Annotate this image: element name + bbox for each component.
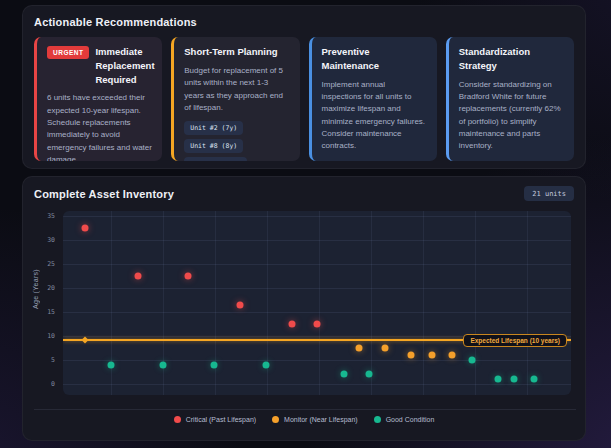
legend-item-monitor[interactable]: Monitor (Near Lifespan) — [272, 416, 358, 423]
data-point-critical[interactable] — [289, 321, 296, 328]
card-title: Immediate Replacement Required — [95, 45, 154, 86]
h-gridline — [63, 288, 571, 289]
data-point-good[interactable] — [340, 371, 347, 378]
h-gridline — [63, 312, 571, 313]
v-gridline — [371, 211, 372, 395]
card-title: Preventive Maintenance — [322, 45, 427, 73]
v-gridline — [475, 211, 476, 395]
card-short-term-planning: Short-Term Planning Budget for replaceme… — [171, 37, 299, 161]
unit-chip: Unit #2 (7y) — [184, 121, 243, 135]
y-tick-label: 25 — [29, 260, 55, 268]
data-point-critical[interactable] — [184, 273, 191, 280]
card-body: Consider standardizing on Bradford White… — [459, 79, 564, 153]
line-diamond-marker — [81, 336, 88, 343]
h-gridline — [63, 216, 571, 217]
y-tick-label: 30 — [29, 236, 55, 244]
y-tick-label: 20 — [29, 284, 55, 292]
card-body: Budget for replacement of 5 units within… — [184, 65, 289, 115]
card-title: Short-Term Planning — [184, 45, 277, 59]
legend-item-critical[interactable]: Critical (Past Lifespan) — [174, 416, 256, 423]
data-point-good[interactable] — [511, 376, 518, 383]
chart-legend-divider — [34, 409, 576, 410]
data-point-good[interactable] — [107, 361, 114, 368]
data-point-good[interactable] — [365, 371, 372, 378]
critical-dot-icon — [174, 416, 181, 423]
h-gridline — [63, 360, 571, 361]
card-body: 6 units have exceeded their expected 10-… — [47, 92, 152, 161]
data-point-good[interactable] — [468, 357, 475, 364]
recommendation-cards: URGENT Immediate Replacement Required 6 … — [34, 37, 574, 161]
h-gridline — [63, 384, 571, 385]
data-point-monitor[interactable] — [356, 345, 363, 352]
chart-legend: Critical (Past Lifespan) Monitor (Near L… — [23, 416, 585, 423]
y-tick-label: 5 — [29, 356, 55, 364]
data-point-monitor[interactable] — [428, 352, 435, 359]
data-point-monitor[interactable] — [407, 352, 414, 359]
unit-chip: Unit #13 (8y) — [184, 157, 247, 161]
good-dot-icon — [374, 416, 381, 423]
asset-inventory-panel: Complete Asset Inventory 21 units Age (Y… — [22, 176, 586, 441]
v-gridline — [423, 211, 424, 395]
data-point-critical[interactable] — [236, 301, 243, 308]
expected-lifespan-label: Expected Lifespan (10 years) — [463, 334, 567, 347]
unit-chip: Unit #8 (8y) — [184, 139, 243, 153]
data-point-critical[interactable] — [135, 273, 142, 280]
data-point-good[interactable] — [530, 376, 537, 383]
y-tick-label: 15 — [29, 308, 55, 316]
v-gridline — [319, 211, 320, 395]
data-point-good[interactable] — [210, 361, 217, 368]
recommendations-section-title: Actionable Recommendations — [34, 16, 574, 28]
v-gridline — [527, 211, 528, 395]
inventory-section-title: Complete Asset Inventory — [34, 188, 174, 200]
y-tick-label: 0 — [29, 380, 55, 388]
data-point-critical[interactable] — [314, 321, 321, 328]
data-point-monitor[interactable] — [449, 352, 456, 359]
unit-count-badge: 21 units — [524, 186, 574, 201]
actionable-recommendations-panel: Actionable Recommendations URGENT Immedi… — [22, 5, 586, 169]
data-point-good[interactable] — [160, 361, 167, 368]
card-immediate-replacement: URGENT Immediate Replacement Required 6 … — [34, 37, 162, 161]
legend-item-good[interactable]: Good Condition — [374, 416, 435, 423]
data-point-monitor[interactable] — [382, 345, 389, 352]
y-tick-label: 10 — [29, 332, 55, 340]
unit-chip-list: Unit #2 (7y)Unit #8 (8y)Unit #13 (8y)Uni… — [184, 121, 289, 161]
data-point-good[interactable] — [263, 361, 270, 368]
data-point-critical[interactable] — [81, 225, 88, 232]
h-gridline — [63, 264, 571, 265]
y-tick-label: 35 — [29, 212, 55, 220]
card-preventive-maintenance: Preventive Maintenance Implement annual … — [309, 37, 437, 161]
card-title: Standardization Strategy — [459, 45, 564, 73]
h-gridline — [63, 240, 571, 241]
monitor-dot-icon — [272, 416, 279, 423]
urgent-badge: URGENT — [47, 46, 89, 59]
scatter-plot-area: Expected Lifespan (10 years) — [63, 211, 571, 395]
card-body: Implement annual inspections for all uni… — [322, 79, 427, 153]
card-standardization-strategy: Standardization Strategy Consider standa… — [446, 37, 574, 161]
data-point-good[interactable] — [494, 376, 501, 383]
